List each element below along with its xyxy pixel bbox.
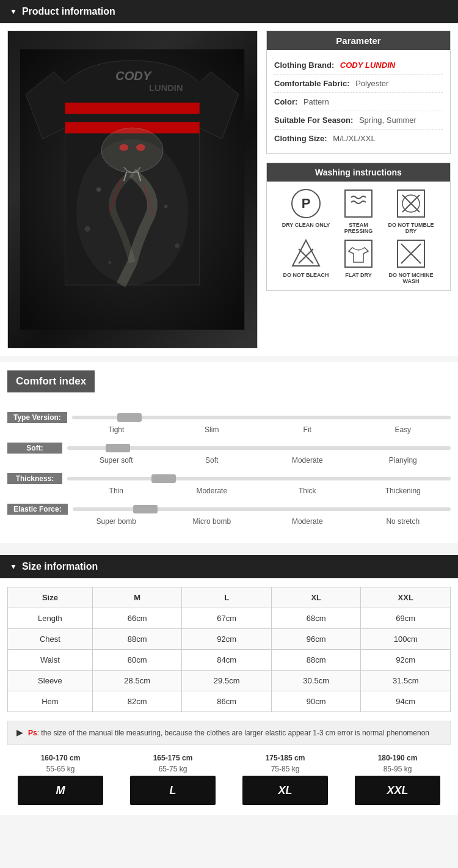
mark-thick: Thick (260, 487, 355, 495)
param-label-color: Color: (274, 97, 297, 106)
param-value-color: Pattern (304, 97, 329, 106)
parameter-body: Clothing Brand: CODY LUNDIN Comfortable … (267, 50, 450, 153)
size-badge-xxl: XXL (355, 776, 440, 805)
svg-point-15 (109, 261, 112, 265)
wash-icon-no-tumble: DO NOT TUMBLE DRY (387, 188, 435, 234)
size-range-xl: 175-185 cm (266, 754, 305, 762)
mark-thickening: Thickening (355, 487, 451, 495)
slider-label-soft: Soft: (7, 443, 62, 454)
comfort-title: Comfort index (7, 370, 95, 392)
svg-rect-1 (65, 103, 200, 114)
col-l: L (182, 587, 272, 608)
size-badge-m: M (18, 776, 103, 805)
param-value-fabric: Polyester (355, 79, 388, 88)
mark-moderate-soft: Moderate (260, 456, 355, 465)
mark-soft: Soft (164, 456, 260, 465)
size-badge-l: L (130, 776, 216, 805)
slider-elastic-row: Elastic Force: (7, 504, 451, 515)
param-label-season: Suitable For Season: (274, 116, 353, 125)
washing-icons: P DRY CLEAN ONLY STEAM PRESSING (267, 182, 450, 290)
cell-chest-xxl: 100cm (361, 629, 451, 650)
cell-waist-xl: 88cm (271, 650, 361, 671)
size-col-xl: 175-185 cm 75-85 kg XL (232, 754, 338, 805)
brand-cody: CODY (340, 61, 363, 70)
svg-point-12 (164, 205, 168, 208)
cell-length-xl: 68cm (271, 608, 361, 629)
product-info-inner: CODY LUNDIN (7, 31, 451, 348)
cell-sleeve-m: 28.5cm (92, 671, 182, 691)
ps-label: Ps (28, 729, 37, 737)
svg-rect-28 (345, 240, 372, 267)
param-size: Clothing Size: M/L/XL/XXL (274, 130, 443, 147)
cell-chest-m: 88cm (92, 629, 182, 650)
mark-slim: Slim (164, 425, 260, 434)
col-xl: XL (271, 587, 361, 608)
slider-type-version: Type Version: Tight Slim Fit Easy (7, 412, 451, 434)
ps-content: the size of the manual tile measuring, b… (41, 729, 429, 737)
washing-box: Washing instructions P DRY CLEAN ONLY (266, 163, 451, 291)
cell-sleeve-xxl: 31.5cm (361, 671, 451, 691)
wash-label-steam: STEAM PRESSING (334, 222, 383, 234)
cell-hem-xxl: 94cm (361, 691, 451, 712)
wash-icon-dry-clean: P DRY CLEAN ONLY (282, 188, 330, 234)
mark-moderate-thick: Moderate (164, 487, 260, 495)
ps-arrow-icon: ▶ (16, 727, 23, 737)
cell-hem-xl: 90cm (271, 691, 361, 712)
mark-fit: Fit (260, 425, 355, 434)
slider-marks-type: Tight Slim Fit Easy (7, 425, 451, 434)
svg-point-6 (102, 128, 164, 172)
size-weight-xl: 75-85 kg (271, 765, 300, 773)
mark-easy: Easy (355, 425, 451, 434)
slider-marks-elastic: Super bomb Micro bomb Moderate No stretc… (7, 517, 451, 526)
param-season: Suitable For Season: Spring, Summer (274, 111, 443, 130)
product-info-section: CODY LUNDIN (0, 23, 458, 356)
slider-soft: Soft: Super soft Soft Moderate Pianying (7, 443, 451, 465)
wash-label-dry-clean: DRY CLEAN ONLY (282, 222, 330, 228)
ps-text: Ps: the size of the manual tile measurin… (28, 727, 429, 738)
parameter-box: Parameter Clothing Brand: CODY LUNDIN Co… (266, 31, 451, 154)
row-label-chest: Chest (8, 629, 93, 650)
param-label-brand: Clothing Brand: (274, 61, 334, 70)
slider-label-type: Type Version: (7, 412, 67, 423)
size-range-m: 160-170 cm (41, 754, 81, 762)
ps-note: ▶ Ps: the size of the manual tile measur… (7, 721, 451, 745)
size-badge-xl: XL (242, 776, 328, 805)
mark-nostretch: No stretch (355, 517, 451, 526)
product-image-placeholder: CODY LUNDIN (8, 31, 257, 348)
svg-text:CODY: CODY (115, 69, 152, 83)
row-label-hem: Hem (8, 691, 93, 712)
col-size: Size (8, 587, 93, 608)
cell-length-xxl: 69cm (361, 608, 451, 629)
table-row: Waist 80cm 84cm 88cm 92cm (8, 650, 451, 671)
product-image: CODY LUNDIN (7, 31, 258, 348)
table-row: Chest 88cm 92cm 96cm 100cm (8, 629, 451, 650)
table-row: Sleeve 28.5cm 29.5cm 30.5cm 31.5cm (8, 671, 451, 691)
slider-thumb-soft (106, 444, 130, 452)
col-xxl: XXL (361, 587, 451, 608)
mark-moderate-elastic: Moderate (260, 517, 355, 526)
mark-tight: Tight (68, 425, 164, 434)
param-value-season: Spring, Summer (359, 116, 416, 125)
wash-label-flat-dry: FLAT DRY (345, 272, 372, 278)
size-weight-xxl: 85-95 kg (383, 765, 412, 773)
cell-hem-l: 86cm (182, 691, 272, 712)
mark-supersoft: Super soft (68, 456, 164, 465)
wash-label-no-bleach: DO NOT BLEACH (283, 272, 329, 278)
row-label-sleeve: Sleeve (8, 671, 93, 691)
size-weight-m: 55-65 kg (46, 765, 75, 773)
size-weight-l: 65-75 kg (159, 765, 187, 773)
comfort-section: Comfort index Type Version: Tight Slim F… (0, 362, 458, 543)
param-brand: Clothing Brand: CODY LUNDIN (274, 56, 443, 75)
slider-thumb-elastic (133, 505, 158, 513)
parameter-header: Parameter (267, 31, 450, 50)
svg-text:LUNDIN: LUNDIN (150, 83, 183, 93)
size-header: ▼ Size information (0, 555, 458, 578)
slider-thumb-thickness (151, 474, 176, 483)
param-value-brand: CODY LUNDIN (340, 61, 395, 70)
cell-length-l: 67cm (182, 608, 272, 629)
comfort-outer: Comfort index Type Version: Tight Slim F… (0, 356, 458, 543)
svg-point-9 (120, 144, 129, 151)
cell-waist-xxl: 92cm (361, 650, 451, 671)
size-col-xxl: 180-190 cm 85-95 kg XXL (344, 754, 451, 805)
slider-thickness: Thickness: Thin Moderate Thick Thickenin… (7, 473, 451, 495)
